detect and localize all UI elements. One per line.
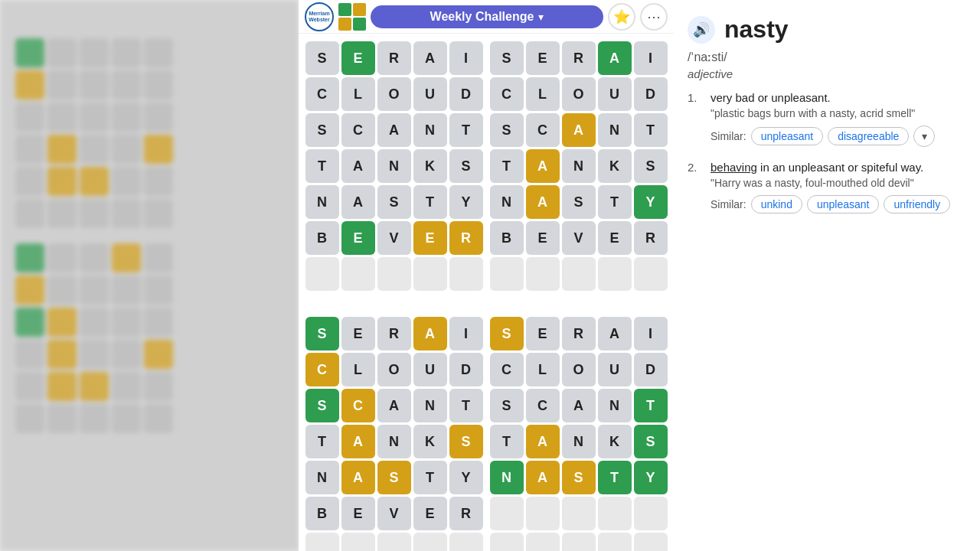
grid-cell: C bbox=[341, 389, 375, 422]
dictionary-word: nasty bbox=[724, 15, 789, 44]
grid-cell: V bbox=[377, 497, 411, 530]
grid-cell: R bbox=[377, 41, 411, 75]
grid-row: BEVER bbox=[490, 221, 668, 255]
grid-row: BEVER bbox=[305, 221, 483, 255]
similar-chip-unpleasant-1[interactable]: unpleasant bbox=[751, 127, 824, 145]
grid-cell: S bbox=[449, 149, 483, 183]
grid-cell bbox=[634, 533, 668, 551]
weekly-challenge-label: Weekly Challenge bbox=[430, 10, 534, 24]
grid-cell bbox=[526, 497, 560, 530]
word-grid-2: SERAICLOUDSCANTTANKSNASTYBEVER bbox=[490, 41, 668, 311]
grid-cell: S bbox=[634, 149, 668, 183]
def-text-rest: in an unpleasant or spiteful way. bbox=[757, 161, 923, 174]
grid-cell: E bbox=[413, 497, 447, 530]
grid-cell: T bbox=[634, 389, 668, 422]
grid-cell: S bbox=[305, 317, 339, 350]
def-number-1: 1. bbox=[688, 91, 703, 147]
grid-cell: N bbox=[490, 185, 524, 219]
grid-cell bbox=[562, 533, 596, 551]
grid-cell: T bbox=[490, 149, 524, 183]
grid-cell: T bbox=[634, 113, 668, 147]
grid-cell: A bbox=[341, 425, 375, 458]
more-options-button[interactable]: ⋯ bbox=[640, 3, 668, 31]
grid-cell: A bbox=[341, 149, 375, 183]
grid-row: NASTY bbox=[490, 185, 668, 219]
grid-cell: L bbox=[526, 77, 560, 111]
star-button[interactable]: ⭐ bbox=[608, 3, 635, 31]
grid-4: SERAICLOUDSCANTTANKSNASTY bbox=[486, 314, 671, 551]
grid-cell bbox=[413, 533, 447, 551]
grid-row: CLOUD bbox=[305, 77, 483, 111]
grid-cell: A bbox=[526, 149, 560, 183]
grid-cell: U bbox=[413, 353, 447, 386]
grid-row: NASTY bbox=[305, 461, 483, 494]
header: MerriamWebster Weekly Challenge ▾ ⭐ ⋯ bbox=[299, 0, 674, 34]
word-grid-3: SERAICLOUDSCANTTANKSNASTYBEVER bbox=[305, 317, 483, 551]
grid-cell: C bbox=[526, 113, 560, 147]
grid-cell bbox=[598, 533, 632, 551]
grid-cell: T bbox=[413, 185, 447, 219]
grid-cell bbox=[305, 257, 339, 291]
grid-cell: R bbox=[562, 41, 596, 75]
similar-chip-unkind[interactable]: unkind bbox=[751, 195, 802, 214]
grid-cell: E bbox=[413, 221, 447, 255]
expand-similar-button-1[interactable]: ▾ bbox=[913, 126, 935, 147]
grid-cell bbox=[490, 497, 524, 530]
grid-cell: R bbox=[449, 497, 483, 530]
similar-row-2: Similar: unkind unpleasant unfriendly bbox=[710, 195, 950, 214]
similar-label-1: Similar: bbox=[710, 130, 746, 142]
grid-cell: K bbox=[598, 149, 632, 183]
grid-cell: N bbox=[598, 389, 632, 422]
part-of-speech: adjective bbox=[688, 67, 966, 80]
def-content-2: behaving in an unpleasant or spiteful wa… bbox=[710, 161, 950, 214]
grid-cell: C bbox=[490, 77, 524, 111]
grid-row: TANKS bbox=[305, 149, 483, 183]
weekly-challenge-button[interactable]: Weekly Challenge ▾ bbox=[371, 5, 603, 28]
grid-cell: D bbox=[634, 353, 668, 386]
grid-cell: N bbox=[377, 149, 411, 183]
grid-cell: N bbox=[598, 113, 632, 147]
grid-row: NASTY bbox=[305, 185, 483, 219]
grid-cell: K bbox=[598, 425, 632, 458]
grid-cell: T bbox=[413, 461, 447, 494]
grid-row: SERAI bbox=[490, 317, 668, 350]
grid-cell: N bbox=[562, 149, 596, 183]
grid-cell: S bbox=[305, 41, 339, 75]
definition-item-1: 1. very bad or unpleasant. "plastic bags… bbox=[688, 91, 966, 147]
grid-cell bbox=[598, 497, 632, 530]
grid-cell: U bbox=[413, 77, 447, 111]
grids-area: SERAICLOUDSCANTTANKSNASTYBEVER SERAICLOU… bbox=[299, 34, 674, 551]
def-linked-word: behaving bbox=[710, 161, 757, 174]
grid-cell: L bbox=[526, 353, 560, 386]
grid-cell: S bbox=[377, 185, 411, 219]
grid-cell: T bbox=[449, 389, 483, 422]
grid-cell: L bbox=[341, 353, 375, 386]
grid-cell: D bbox=[449, 353, 483, 386]
grid-cell: A bbox=[526, 185, 560, 219]
grid-row: SCANT bbox=[305, 389, 483, 422]
grid-cell: O bbox=[377, 353, 411, 386]
grid-row: CLOUD bbox=[490, 77, 668, 111]
grid-cell: S bbox=[305, 113, 339, 147]
sound-button[interactable]: 🔊 bbox=[688, 16, 715, 44]
grid-cell bbox=[526, 533, 560, 551]
grid-cell: S bbox=[562, 461, 596, 494]
grid-cell: K bbox=[413, 149, 447, 183]
similar-chip-disagreeable[interactable]: disagreeable bbox=[828, 127, 909, 145]
grid-row bbox=[490, 533, 668, 551]
grid-2: SERAICLOUDSCANTTANKSNASTYBEVER bbox=[486, 38, 671, 314]
grid-cell: A bbox=[526, 425, 560, 458]
grid-cell bbox=[490, 533, 524, 551]
grid-cell: I bbox=[634, 41, 668, 75]
similar-chip-unpleasant-2[interactable]: unpleasant bbox=[807, 195, 880, 214]
grid-row bbox=[305, 257, 483, 291]
grid-cell: I bbox=[449, 41, 483, 75]
grid-row: CLOUD bbox=[305, 353, 483, 386]
grid-cell: Y bbox=[634, 185, 668, 219]
sound-icon: 🔊 bbox=[693, 21, 710, 38]
grid-cell: B bbox=[305, 221, 339, 255]
grid-row: TANKS bbox=[490, 425, 668, 458]
similar-chip-unfriendly[interactable]: unfriendly bbox=[884, 195, 950, 214]
grid-cell: U bbox=[598, 353, 632, 386]
grid-cell: A bbox=[526, 461, 560, 494]
